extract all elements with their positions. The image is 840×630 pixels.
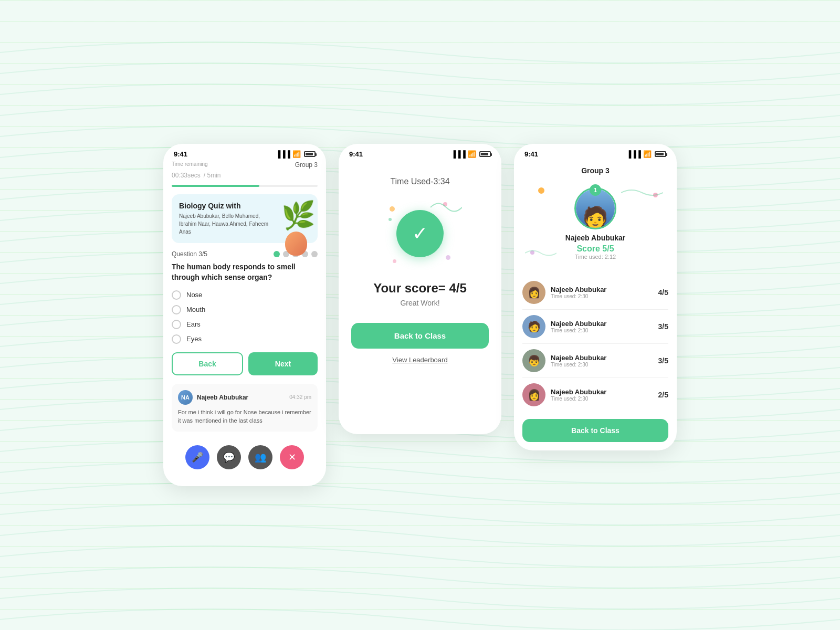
success-circle: ✓ [396,210,444,257]
chat-box: NA Najeeb Abubukar 04:32 pm For me i thi… [172,384,318,432]
deco-dot-green [388,218,392,221]
deco-wave-3b [525,247,556,260]
timer-value: 00:33secs / 5min [172,167,221,181]
time-3: 9:41 [524,150,538,158]
wifi-icon: 📶 [292,150,301,158]
leader-name-1: Najeeb Abubukar [551,286,653,293]
success-circle-wrapper: ✓ [388,202,452,265]
group3-title: Group 3 [522,166,668,175]
leader-info-1: Najeeb Abubukar Time used: 2:30 [551,286,653,299]
battery-icon [304,151,316,157]
phone-screen-3: 9:41 ▐▐▐ 📶 Group 3 1 [514,144,677,450]
timer-row: Time remaining 00:33secs / 5min Group 3 [172,161,318,181]
action-buttons: Back Next [172,352,318,375]
chat-name: Najeeb Abubukar [197,394,248,401]
option-label-nose: Nose [186,291,202,299]
leader-name-3: Najeeb Abubukar [551,354,653,362]
signal-icon-2: ▐▐▐ [451,150,466,158]
winner-figure: 🧑 [582,207,608,228]
crown-badge: 1 [590,184,601,196]
score-display: Your score= 4/5 [373,281,467,296]
back-to-class-button[interactable]: Back to Class [351,323,489,349]
leader-score-1: 4/5 [658,288,668,297]
status-icons-1: ▐▐▐ 📶 [276,150,316,158]
leaderboard-list: 👩 Najeeb Abubukar Time used: 2:30 4/5 🧑 … [522,276,668,412]
deco-dot-purple [446,255,450,260]
winner-time: Time used: 2:12 [575,254,616,260]
check-icon: ✓ [412,223,428,245]
chat-user: NA Najeeb Abubukar [178,390,248,405]
leader-score-4: 2/5 [658,391,668,399]
leader-info-3: Najeeb Abubukar Time used: 2:30 [551,354,653,368]
leader-info-4: Najeeb Abubukar Time used: 2:30 [551,388,653,402]
phone-screen-1: 9:41 ▐▐▐ 📶 Time remaining 00:33secs / 5m… [163,144,326,486]
status-bar-1: 9:41 ▐▐▐ 📶 [163,144,326,161]
mic-button[interactable]: 🎤 [185,445,209,469]
winner-section: 1 🧑 Najeeb Abubukar Score 5/5 Time used:… [522,182,668,265]
status-bar-3: 9:41 ▐▐▐ 📶 [514,144,677,161]
deco-dot-orange [390,206,395,212]
options-list: Nose Mouth Ears Eyes [172,290,318,344]
progress-bar [172,185,318,187]
leader-item-3: 👦 Najeeb Abubukar Time used: 2:30 3/5 [522,344,668,378]
radio-nose[interactable] [172,290,181,300]
question-text: The human body responds to smell through… [172,262,318,282]
quiz-subtitle: Najeeb Abubukar, Bello Muhamed, Ibrahim … [179,212,277,236]
close-button[interactable]: ✕ [280,445,304,469]
quiz-image: 🌿 [281,202,310,236]
leader-item-2: 🧑 Najeeb Abubukar Time used: 2:30 3/5 [522,310,668,344]
leader-score-2: 3/5 [658,322,668,331]
back-button[interactable]: Back [172,352,243,375]
deco-orange [538,187,544,194]
winner-score: Score 5/5 [576,244,614,254]
screen3-body: Group 3 1 🧑 [514,161,677,450]
progress-fill [172,185,259,187]
leader-avatar-3: 👦 [522,349,545,372]
back-to-class-button-3[interactable]: Back to Class [522,419,668,442]
timer-label: Time remaining [172,161,221,167]
chat-time: 04:32 pm [289,394,311,400]
screen1-body: Time remaining 00:33secs / 5min Group 3 … [163,161,326,486]
leader-avatar-1: 👩 [522,281,545,304]
leader-time-3: Time used: 2:30 [551,362,653,368]
leader-avatar-2: 🧑 [522,315,545,338]
people-button[interactable]: 👥 [248,445,272,469]
option-mouth[interactable]: Mouth [172,305,318,314]
leader-item-4: 👩 Najeeb Abubukar Time used: 2:30 2/5 [522,378,668,412]
leader-time-4: Time used: 2:30 [551,396,653,402]
great-work-text: Great Work! [400,299,439,307]
option-eyes[interactable]: Eyes [172,334,318,344]
leader-avatar-4: 👩 [522,383,545,406]
option-label-eyes: Eyes [186,335,202,343]
wifi-icon-2: 📶 [468,150,476,158]
leader-name-4: Najeeb Abubukar [551,388,653,396]
quiz-card-text: Biology Quiz with Najeeb Abubukar, Bello… [179,202,277,236]
deco-dot-pink-2 [393,259,396,263]
radio-eyes[interactable] [172,334,181,344]
leader-time-2: Time used: 2:30 [551,328,653,333]
view-leaderboard-link[interactable]: View Leaderboard [392,356,447,364]
leader-name-2: Najeeb Abubukar [551,320,653,328]
radio-mouth[interactable] [172,305,181,314]
chat-header: NA Najeeb Abubukar 04:32 pm [178,390,311,405]
option-label-ears: Ears [186,320,201,328]
option-ears[interactable]: Ears [172,320,318,329]
dot-5 [311,251,318,257]
question-num: Question 3/5 [172,250,207,258]
winner-name: Najeeb Abubukar [565,234,626,242]
time-2: 9:41 [349,150,363,158]
status-icons-2: ▐▐▐ 📶 [451,150,491,158]
option-nose[interactable]: Nose [172,290,318,300]
battery-icon-2 [479,151,491,157]
chat-button[interactable]: 💬 [217,445,241,469]
next-button[interactable]: Next [248,352,318,375]
deco-wave [430,197,462,218]
status-bar-2: 9:41 ▐▐▐ 📶 [339,144,501,161]
quiz-card: Biology Quiz with Najeeb Abubukar, Bello… [172,194,318,243]
screen2-body: Time Used-3:34 ✓ Your score= 4/5 Great W… [339,161,501,434]
screens-container: 9:41 ▐▐▐ 📶 Time remaining 00:33secs / 5m… [163,144,677,486]
group-badge: Group 3 [295,161,318,169]
radio-ears[interactable] [172,320,181,329]
bottom-controls: 🎤 💬 👥 ✕ [172,440,318,478]
leader-time-1: Time used: 2:30 [551,293,653,299]
